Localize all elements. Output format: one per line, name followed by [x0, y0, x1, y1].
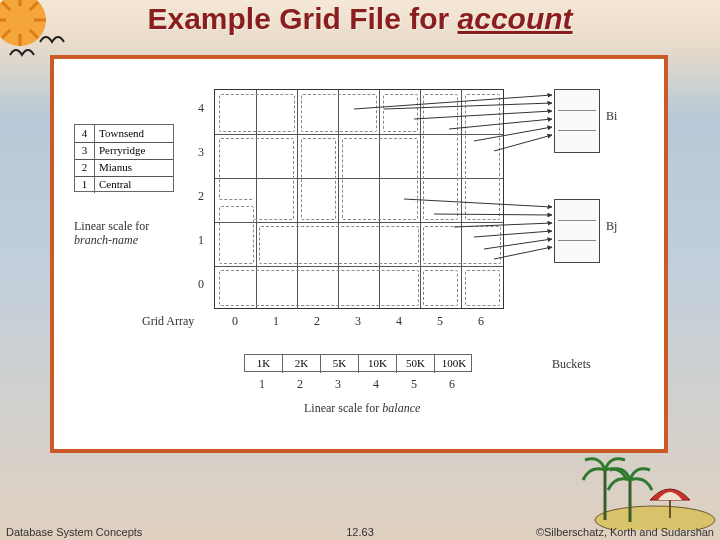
grid-group	[219, 94, 295, 132]
buckets-label: Buckets	[552, 357, 591, 372]
grid-group	[423, 94, 458, 220]
bal-2k: 2K	[283, 355, 321, 373]
grid-group	[254, 138, 294, 220]
bal-idx-3: 3	[335, 377, 341, 392]
bal-idx-5: 5	[411, 377, 417, 392]
footer-right: ©Silberschatz, Korth and Sudarshan	[536, 526, 714, 538]
grid-row-2: 2	[198, 189, 204, 204]
bal-idx-4: 4	[373, 377, 379, 392]
branch-scale-label-2: branch-name	[74, 233, 138, 248]
grid-col-0: 0	[232, 314, 238, 329]
branch-name-3: Perryridge	[95, 142, 175, 159]
grid-col-3: 3	[355, 314, 361, 329]
branch-idx-1: 1	[75, 176, 95, 193]
bal-10k: 10K	[359, 355, 397, 373]
grid-row-4: 4	[198, 101, 204, 116]
grid-col-5: 5	[437, 314, 443, 329]
footer: Database System Concepts 12.63 ©Silbersc…	[0, 520, 720, 538]
bal-5k: 5K	[321, 355, 359, 373]
title-prefix: Example Grid File for	[147, 2, 457, 35]
bal-1k: 1K	[245, 355, 283, 373]
bucket-bj-label: Bj	[606, 219, 617, 234]
grid-row-1: 1	[198, 233, 204, 248]
title-subject: account	[458, 2, 573, 35]
grid-group	[465, 270, 500, 306]
grid-group	[465, 94, 500, 220]
branch-name-4: Townsend	[95, 125, 175, 142]
figure-panel: 4 3 2 1 Townsend Perryridge Mianus Centr…	[50, 55, 668, 453]
bal-100k: 100K	[435, 355, 473, 373]
branch-idx-2: 2	[75, 159, 95, 176]
grid-group	[301, 94, 377, 132]
branch-name-2: Mianus	[95, 159, 175, 176]
grid-col-4: 4	[396, 314, 402, 329]
grid-array	[214, 89, 504, 309]
bucket-bj	[554, 199, 600, 263]
bal-idx-2: 2	[297, 377, 303, 392]
grid-group	[259, 226, 419, 264]
grid-col-6: 6	[478, 314, 484, 329]
page-title: Example Grid File for account	[0, 2, 720, 36]
branch-idx-4: 4	[75, 125, 95, 142]
bal-idx-6: 6	[449, 377, 455, 392]
slide: Example Grid File for account 4 3 2 1 To…	[0, 0, 720, 540]
branch-idx-3: 3	[75, 142, 95, 159]
grid-group	[219, 138, 254, 200]
balance-scale-label-ital: balance	[382, 401, 420, 415]
branch-scale-table: 4 3 2 1 Townsend Perryridge Mianus Centr…	[74, 124, 174, 192]
bucket-bi-label: Bi	[606, 109, 617, 124]
bucket-bi	[554, 89, 600, 153]
grid-group	[301, 138, 336, 220]
grid-row-0: 0	[198, 277, 204, 292]
grid-group	[423, 226, 501, 264]
grid-group	[423, 270, 458, 306]
beach-scene-icon	[570, 430, 720, 530]
grid-group	[383, 94, 418, 132]
balance-scale-label: Linear scale for balance	[304, 401, 420, 416]
grid-row-3: 3	[198, 145, 204, 160]
bal-idx-1: 1	[259, 377, 265, 392]
bal-50k: 50K	[397, 355, 435, 373]
grid-group	[342, 138, 418, 220]
branch-name-1: Central	[95, 176, 175, 193]
grid-col-1: 1	[273, 314, 279, 329]
grid-group	[219, 270, 419, 306]
grid-col-2: 2	[314, 314, 320, 329]
grid-group	[219, 206, 254, 264]
grid-array-label: Grid Array	[142, 314, 194, 329]
balance-scale-label-txt: Linear scale for	[304, 401, 382, 415]
balance-scale-table: 1K 2K 5K 10K 50K 100K	[244, 354, 472, 372]
branch-scale-label-1: Linear scale for	[74, 219, 149, 234]
